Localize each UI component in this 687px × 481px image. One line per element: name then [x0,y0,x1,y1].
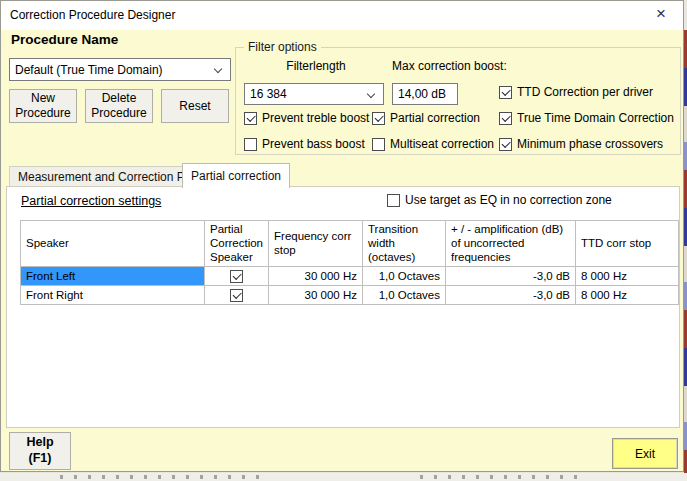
checkbox-label: Prevent treble boost [262,111,369,125]
delete-procedure-button[interactable]: Delete Procedure [85,89,153,123]
checkbox-icon[interactable] [499,112,512,125]
col-header-transition-width: Transition width (octaves) [363,221,446,267]
window-title: Correction Procedure Designer [10,1,175,30]
col-header-speaker: Speaker [21,221,205,267]
filterlength-dropdown[interactable]: 16 384 [244,83,384,105]
partial-correction-settings-heading: Partial correction settings [21,194,161,208]
cell-transition-width[interactable]: 1,0 Octaves [363,267,446,286]
tab-measurement-and-correction-prep[interactable]: Measurement and Correction Prep [9,166,211,187]
correction-procedure-designer-dialog: Correction Procedure Designer × Procedur… [0,0,684,472]
checkbox-label: Minimum phase crossovers [517,137,663,151]
checkbox-label: TTD Correction per driver [517,85,653,99]
cell-speaker[interactable]: Front Left [21,267,205,286]
table-header-row: Speaker Partial Correction Speaker Frequ… [21,221,679,267]
checkbox-icon[interactable] [230,289,243,302]
col-header-frequency-corr-stop: Frequency corr stop [269,221,363,267]
speakers-table: Speaker Partial Correction Speaker Frequ… [20,220,679,305]
col-header-partial-correction-speaker: Partial Correction Speaker [204,221,268,267]
checkbox-icon[interactable] [244,112,257,125]
checkbox-multiseat-correction[interactable]: Multiseat correction [372,137,494,151]
filterlength-value: 16 384 [250,87,287,101]
table-row[interactable]: Front Left 30 000 Hz 1,0 Octaves -3,0 dB… [21,267,679,286]
title-bar[interactable]: Correction Procedure Designer × [1,1,683,30]
col-header-ttd-corr-stop: TTD corr stop [575,221,678,267]
tab-partial-correction[interactable]: Partial correction [182,163,290,188]
filter-options-group: Filter options Filterlength 16 384 Max c… [235,47,681,155]
checkbox-label: True Time Domain Correction [517,111,674,125]
reset-button[interactable]: Reset [161,89,229,123]
table-row[interactable]: Front Right 30 000 Hz 1,0 Octaves -3,0 d… [21,286,679,305]
exit-button[interactable]: Exit [612,438,678,469]
cell-partial-correction[interactable] [204,267,268,286]
cell-partial-correction[interactable] [204,286,268,305]
checkbox-icon[interactable] [499,86,512,99]
background-text-smudge [420,475,580,479]
checkbox-icon[interactable] [372,112,385,125]
checkbox-icon[interactable] [387,194,400,207]
help-button[interactable]: Help (F1) [9,432,71,470]
cell-speaker[interactable]: Front Right [21,286,205,305]
checkbox-prevent-treble-boost[interactable]: Prevent treble boost [244,111,369,125]
cell-ttd-corr-stop[interactable]: 8 000 Hz [575,267,678,286]
filterlength-label: Filterlength [246,59,386,73]
col-header-amplification: + / - amplification (dB) of uncorrected … [446,221,576,267]
max-correction-boost-input[interactable]: 14,00 dB [392,83,458,105]
checkbox-prevent-bass-boost[interactable]: Prevent bass boost [244,137,365,151]
checkbox-partial-correction[interactable]: Partial correction [372,111,480,125]
checkbox-icon[interactable] [372,138,385,151]
use-target-checkbox[interactable]: Use target as EQ in no correction zone [387,193,612,207]
checkbox-ttd-correction-per-driver[interactable]: TTD Correction per driver [499,85,653,99]
checkbox-icon[interactable] [244,138,257,151]
checkbox-minimum-phase-crossovers[interactable]: Minimum phase crossovers [499,137,663,151]
background-text-smudge [60,475,260,479]
cell-ttd-corr-stop[interactable]: 8 000 Hz [575,286,678,305]
chevron-down-icon [214,65,222,73]
cell-amplification[interactable]: -3,0 dB [446,267,576,286]
close-icon[interactable]: × [645,1,677,29]
checkbox-label: Partial correction [390,111,480,125]
procedure-name-heading: Procedure Name [11,32,118,47]
filter-options-legend: Filter options [244,40,321,54]
cell-frequency-corr-stop[interactable]: 30 000 Hz [269,267,363,286]
checkbox-icon[interactable] [499,138,512,151]
new-procedure-button[interactable]: New Procedure [9,89,77,123]
cell-amplification[interactable]: -3,0 dB [446,286,576,305]
cell-frequency-corr-stop[interactable]: 30 000 Hz [269,286,363,305]
background-window-sliver-bottom [0,473,687,481]
checkbox-true-time-domain-correction[interactable]: True Time Domain Correction [499,111,674,125]
max-correction-boost-label: Max correction boost: [392,59,507,73]
checkbox-icon[interactable] [230,270,243,283]
procedure-dropdown-value: Default (True Time Domain) [15,63,163,77]
chevron-down-icon [367,90,375,98]
procedure-dropdown[interactable]: Default (True Time Domain) [9,58,231,81]
screen: Correction Procedure Designer × Procedur… [0,0,687,481]
partial-correction-tab-panel: Partial correction settings Use target a… [6,186,680,428]
checkbox-label: Prevent bass boost [262,137,365,151]
checkbox-label: Multiseat correction [390,137,494,151]
cell-transition-width[interactable]: 1,0 Octaves [363,286,446,305]
checkbox-label: Use target as EQ in no correction zone [405,193,612,207]
